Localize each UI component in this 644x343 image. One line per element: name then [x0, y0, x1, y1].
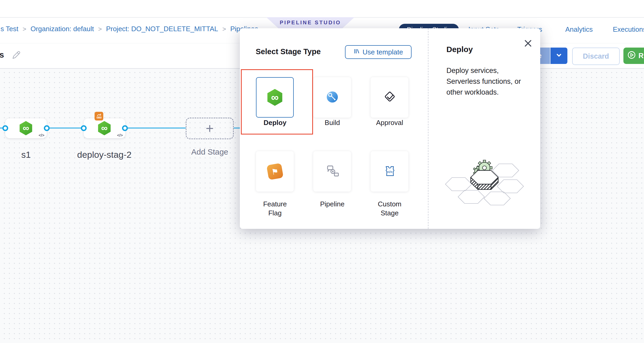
stage-type-label: Custom Stage — [374, 200, 405, 217]
pipeline-studio-page: s Test > Organization: default > Project… — [0, 0, 644, 343]
node-port[interactable] — [122, 125, 128, 131]
stage-node-s1[interactable]: ∞ </> — [5, 118, 47, 138]
stage-type-pipeline[interactable] — [313, 151, 351, 192]
pipeline-studio-badge: PIPELINE STUDIO — [266, 17, 354, 29]
connector-line — [47, 127, 84, 129]
close-icon[interactable] — [523, 38, 533, 48]
deploy-illustration — [442, 153, 527, 210]
template-library-icon — [353, 48, 360, 56]
node-port[interactable] — [44, 125, 50, 131]
use-template-label: Use template — [362, 48, 403, 56]
stage-type-build[interactable] — [313, 77, 351, 118]
breadcrumb: s Test > Organization: default > Project… — [1, 25, 258, 33]
stage-label: deploy-stag-2 — [65, 150, 144, 160]
breadcrumb-organization[interactable]: Organization: default — [30, 25, 94, 33]
stage-detail-title: Deploy — [446, 45, 473, 54]
stage-type-label: Build — [312, 118, 352, 127]
save-dropdown-button[interactable] — [550, 48, 567, 64]
stage-detail-description: Deploy services, Serverless functions, o… — [446, 65, 528, 98]
breadcrumb-separator: > — [94, 25, 106, 33]
harness-cd-hexagon-icon: ∞ — [97, 121, 111, 135]
feature-flag-icon: ⚑ — [266, 163, 283, 180]
edit-pencil-icon[interactable] — [11, 50, 21, 62]
tab-executions[interactable]: Executions — [613, 25, 644, 34]
harness-cd-hexagon-icon: ∞ — [19, 121, 33, 135]
stage-type-label: Feature Flag — [259, 200, 291, 217]
deploy-hexagon-icon: ∞ — [267, 89, 283, 106]
breadcrumb-separator: > — [18, 25, 30, 33]
stage-type-label: Pipeline — [312, 200, 352, 208]
breadcrumb-account[interactable]: s Test — [1, 25, 18, 33]
svg-text:</>: </> — [387, 170, 392, 174]
rollback-steps-badge-icon — [95, 112, 103, 120]
plus-icon: + — [206, 120, 214, 136]
stage-type-approval[interactable] — [371, 77, 408, 118]
code-view-icon[interactable]: </> — [117, 133, 123, 137]
stage-type-deploy[interactable]: ∞ — [256, 77, 294, 118]
stage-type-custom[interactable]: </> — [371, 151, 408, 192]
chevron-down-icon — [556, 52, 562, 60]
stage-node-deploy-stag-2[interactable]: ∞ </> — [84, 118, 125, 138]
add-stage-button[interactable]: + — [186, 118, 234, 139]
top-bar — [0, 0, 644, 18]
pipeline-chain-icon — [325, 164, 340, 179]
play-circle-icon — [627, 50, 636, 61]
tab-analytics[interactable]: Analytics — [565, 25, 593, 34]
modal-title: Select Stage Type — [256, 47, 321, 56]
code-view-icon[interactable]: </> — [39, 133, 44, 137]
breadcrumb-project[interactable]: Project: DO_NOT_DELETE_MITTAL — [106, 25, 218, 33]
use-template-button[interactable]: Use template — [345, 45, 412, 59]
node-port[interactable] — [81, 125, 87, 131]
select-stage-type-modal: Select Stage Type Use template ∞ — [240, 28, 540, 229]
stage-label: s1 — [5, 150, 47, 160]
custom-stage-icon: </> — [382, 163, 397, 180]
node-port[interactable] — [2, 125, 8, 131]
add-stage-label: Add Stage — [186, 147, 234, 156]
stage-type-label: Deploy — [255, 118, 295, 127]
build-ci-icon — [325, 90, 340, 105]
discard-button[interactable]: Discard — [572, 48, 620, 65]
breadcrumb-separator: > — [218, 25, 230, 33]
pipeline-name: s — [0, 50, 4, 60]
approval-stamp-icon — [382, 89, 397, 106]
connector-line — [125, 127, 186, 129]
stage-type-feature-flag[interactable]: ⚑ — [256, 151, 294, 192]
modal-divider — [428, 28, 428, 229]
run-button[interactable]: Run — [623, 48, 644, 64]
stage-type-label: Approval — [370, 118, 409, 127]
run-button-label: Run — [638, 52, 644, 60]
